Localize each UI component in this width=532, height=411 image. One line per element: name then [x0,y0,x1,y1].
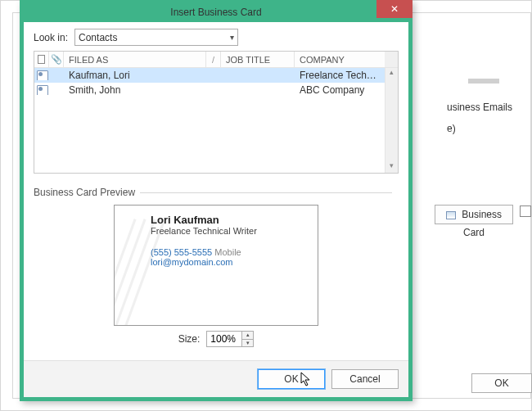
spinner-down-icon[interactable]: ▾ [242,340,253,347]
dialog-title: Insert Business Card [170,7,261,18]
business-card-preview: Lori Kaufman Freelance Technical Writer … [114,205,318,326]
card-email: lori@mydomain.com [151,257,309,267]
bg-tool-icon-1[interactable] [519,205,532,221]
col-card-icon[interactable] [34,52,49,67]
dialog-titlebar[interactable]: Insert Business Card ✕ [22,2,410,22]
col-attachment[interactable]: 📎 [49,52,64,67]
list-rows: Kaufman, LoriFreelance Techn...Smith, Jo… [34,68,385,173]
row-icon-cell [34,85,49,95]
card-phone-type: Mobile [214,247,241,257]
row-icon-cell [34,70,49,80]
size-row: Size: ▴ ▾ [34,331,399,347]
picture-icon [520,206,531,217]
dialog-button-row: OK Cancel [24,360,408,397]
row-company: Freelance Techn... [295,70,385,81]
card-watermark [114,214,164,326]
contacts-list: 📎 FILED AS / JOB TITLE COMPANY Kaufman, … [34,51,399,174]
cancel-button[interactable]: Cancel [331,369,399,389]
card-phone: (555) 555-5555 Mobile [151,247,309,257]
business-card-icon [446,211,456,219]
look-in-row: Look in: Contacts ▾ [34,29,399,46]
page-icon [38,55,45,64]
bg-signature-line [468,79,499,84]
col-scroll-gutter [385,52,398,67]
size-spinner[interactable]: ▴ ▾ [206,331,254,347]
row-filed-as: Kaufman, Lori [64,70,206,81]
chevron-down-icon: ▾ [230,33,234,42]
contact-card-icon [37,85,47,95]
col-sort-indicator[interactable]: / [206,52,221,67]
list-body: Kaufman, LoriFreelance Techn...Smith, Jo… [34,68,398,173]
close-button[interactable]: ✕ [376,0,413,18]
look-in-value: Contacts [79,32,117,43]
size-label: Size: [178,333,201,345]
col-job-title[interactable]: JOB TITLE [221,52,295,67]
bg-ok-label: OK [494,377,508,389]
bg-ok-button[interactable]: OK [471,373,532,393]
col-filed-as[interactable]: FILED AS [64,52,206,67]
preview-section: Business Card Preview Lori Kaufman Freel… [34,187,399,347]
business-card-button[interactable]: Business Card [435,205,513,224]
preview-divider [140,192,392,193]
row-filed-as: Smith, John [64,84,206,96]
preview-label: Business Card Preview [34,187,135,198]
table-row[interactable]: Smith, JohnABC Company [34,83,385,97]
spinner-up-icon[interactable]: ▴ [242,332,253,340]
row-company: ABC Company [295,84,385,96]
dialog-body: Look in: Contacts ▾ 📎 FILED AS / JOB TIT… [24,22,408,360]
bg-text-emails: usiness Emails [447,102,512,113]
ok-button[interactable]: OK [258,369,325,389]
scrollbar[interactable]: ▴ ▾ [385,68,398,173]
col-company[interactable]: COMPANY [295,52,385,67]
insert-business-card-dialog: Insert Business Card ✕ Look in: Contacts… [20,0,413,401]
bg-text-default: e) [447,123,456,134]
look-in-combo[interactable]: Contacts ▾ [74,29,238,46]
table-row[interactable]: Kaufman, LoriFreelance Techn... [34,68,385,83]
list-header: 📎 FILED AS / JOB TITLE COMPANY [34,52,398,68]
close-icon: ✕ [390,3,399,15]
scroll-down-icon[interactable]: ▾ [385,161,398,173]
preview-label-row: Business Card Preview [34,187,399,198]
contact-card-icon [37,70,47,80]
business-card-button-label: Business Card [462,209,502,238]
paperclip-icon: 📎 [51,54,62,65]
size-input[interactable] [207,332,241,346]
card-job-title: Freelance Technical Writer [151,226,309,236]
card-name: Lori Kaufman [151,214,309,226]
look-in-label: Look in: [34,32,68,43]
spinner-buttons: ▴ ▾ [241,332,253,346]
scroll-up-icon[interactable]: ▴ [385,68,398,79]
